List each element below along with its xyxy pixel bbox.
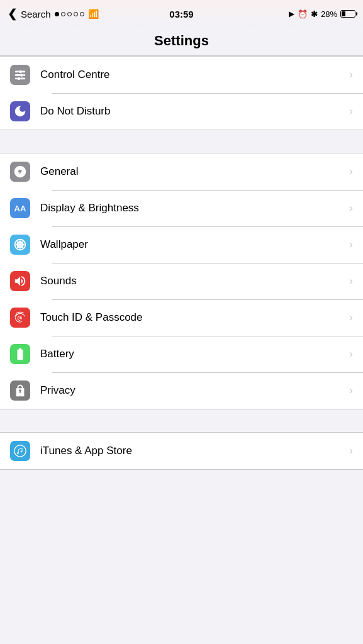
control-centre-svg	[13, 68, 27, 82]
general-label: General	[40, 165, 349, 178]
svg-point-6	[19, 70, 22, 74]
touch-id-label: Touch ID & Passcode	[40, 311, 349, 324]
do-not-disturb-svg	[13, 104, 27, 118]
wallpaper-icon	[10, 235, 30, 255]
itunes-svg	[13, 444, 27, 458]
touch-id-svg	[13, 311, 27, 325]
settings-section-2: General › AA Display & Brightness ›	[0, 153, 363, 409]
do-not-disturb-chevron: ›	[349, 105, 353, 118]
svg-point-7	[20, 74, 23, 77]
battery-icon-container	[340, 10, 355, 18]
bluetooth-icon: ✱	[311, 9, 318, 19]
status-bar-left: ❮ Search 📶	[8, 7, 99, 21]
control-centre-label: Control Centre	[40, 69, 349, 81]
status-bar: ❮ Search 📶 03:59 ▶ ⏰ ✱ 28%	[0, 0, 363, 28]
itunes-icon	[10, 441, 30, 461]
do-not-disturb-icon	[10, 101, 30, 121]
battery-chevron: ›	[349, 348, 353, 360]
privacy-chevron: ›	[349, 384, 353, 397]
svg-point-12	[16, 244, 19, 246]
svg-rect-5	[20, 78, 25, 80]
sounds-svg	[13, 274, 27, 288]
svg-point-8	[18, 77, 21, 80]
signal-dot-1	[55, 12, 59, 16]
privacy-svg	[13, 384, 27, 397]
section-gap-1	[0, 130, 363, 153]
wallpaper-label: Wallpaper	[40, 238, 349, 251]
location-icon: ▶	[289, 9, 294, 18]
settings-section-1: Control Centre › Do Not Disturb ›	[0, 56, 363, 130]
section-gap-2	[0, 409, 363, 432]
signal-strength	[55, 12, 84, 16]
settings-section-3: iTunes & App Store ›	[0, 432, 363, 470]
sounds-icon	[10, 271, 30, 291]
row-wallpaper[interactable]: Wallpaper ›	[0, 226, 363, 263]
sounds-label: Sounds	[40, 275, 349, 287]
itunes-label: iTunes & App Store	[40, 445, 349, 457]
itunes-chevron: ›	[349, 445, 353, 457]
general-svg	[13, 165, 27, 179]
battery-fill	[342, 11, 345, 16]
status-bar-right: ▶ ⏰ ✱ 28%	[289, 9, 355, 19]
control-centre-icon	[10, 65, 30, 85]
control-centre-chevron: ›	[349, 69, 353, 81]
page-title-bar: Settings	[0, 28, 363, 56]
display-icon: AA	[10, 198, 30, 218]
wifi-icon: 📶	[88, 9, 99, 19]
row-touch-id[interactable]: Touch ID & Passcode ›	[0, 299, 363, 336]
wallpaper-chevron: ›	[349, 238, 353, 251]
signal-dot-2	[61, 12, 65, 16]
display-label: Display & Brightness	[40, 202, 349, 214]
row-sounds[interactable]: Sounds ›	[0, 263, 363, 299]
general-chevron: ›	[349, 165, 353, 178]
battery-label: Battery	[40, 348, 349, 360]
svg-rect-4	[15, 78, 18, 80]
row-privacy[interactable]: Privacy ›	[0, 372, 363, 409]
status-time: 03:59	[169, 9, 193, 19]
svg-point-13	[21, 244, 25, 246]
svg-point-18	[19, 243, 22, 247]
page-title: Settings	[0, 33, 363, 49]
svg-rect-2	[15, 74, 21, 76]
row-general[interactable]: General ›	[0, 153, 363, 190]
row-display-brightness[interactable]: AA Display & Brightness ›	[0, 190, 363, 226]
row-itunes[interactable]: iTunes & App Store ›	[0, 433, 363, 469]
row-control-centre[interactable]: Control Centre ›	[0, 57, 363, 93]
row-battery[interactable]: Battery ›	[0, 336, 363, 372]
general-icon	[10, 162, 30, 182]
battery-percent: 28%	[321, 9, 337, 19]
svg-rect-3	[23, 74, 26, 76]
battery-settings-svg	[13, 347, 27, 361]
do-not-disturb-label: Do Not Disturb	[40, 105, 349, 118]
svg-point-11	[20, 246, 21, 249]
display-icon-text: AA	[14, 204, 26, 213]
svg-rect-1	[21, 71, 25, 73]
privacy-label: Privacy	[40, 384, 349, 397]
battery-settings-icon	[10, 344, 30, 364]
signal-dot-4	[74, 12, 78, 16]
signal-dot-5	[80, 12, 84, 16]
touch-id-icon	[10, 308, 30, 328]
battery-icon	[340, 10, 355, 18]
privacy-icon	[10, 380, 30, 401]
sounds-chevron: ›	[349, 275, 353, 287]
wallpaper-svg	[13, 238, 27, 252]
back-arrow-icon[interactable]: ❮	[8, 7, 17, 21]
display-chevron: ›	[349, 202, 353, 214]
back-label[interactable]: Search	[21, 9, 51, 19]
row-do-not-disturb[interactable]: Do Not Disturb ›	[0, 93, 363, 130]
touch-id-chevron: ›	[349, 311, 353, 324]
alarm-icon: ⏰	[298, 9, 308, 19]
signal-dot-3	[67, 12, 72, 16]
svg-point-10	[20, 240, 21, 243]
svg-rect-0	[15, 71, 19, 73]
